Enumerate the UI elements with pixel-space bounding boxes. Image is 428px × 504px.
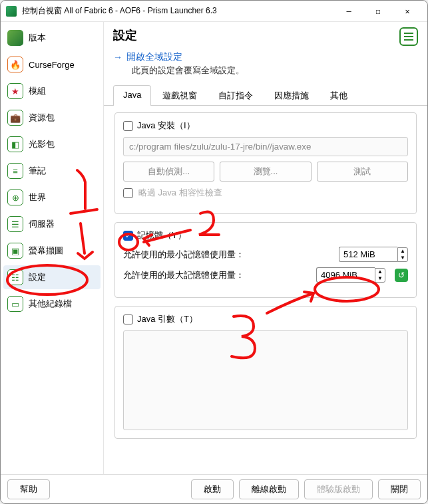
sidebar-item-worlds[interactable]: ⊕ 世界 [3,186,101,209]
sidebar-item-version[interactable]: 版本 [3,26,101,50]
close-button[interactable]: 關閉 [378,479,421,499]
tab-java[interactable]: Java [113,85,151,106]
sidebar-item-label: 模組 [29,85,46,97]
test-button[interactable]: 測試 [317,162,408,182]
sidebar-item-label: 資源包 [29,112,55,124]
memory-label: 記憶體（Y） [137,229,186,241]
sidebar-item-curseforge[interactable]: 🔥 CurseForge [3,53,101,76]
tab-game-window[interactable]: 遊戲視窗 [152,85,207,106]
sidebar-item-mods[interactable]: ★ 模組 [3,79,101,103]
demo-launch-button[interactable]: 體驗版啟動 [304,479,373,499]
sidebar-item-settings[interactable]: ☷ 設定 [3,265,101,289]
window: 控制台視窗 All of Fabric 6 - AOF6 - Prism Lau… [0,0,428,504]
curseforge-icon: 🔥 [7,57,23,72]
image-icon: ▣ [7,243,23,259]
sidebar-item-label: 設定 [29,271,46,283]
page-title: 設定 [113,27,137,43]
star-icon: ★ [7,83,23,99]
max-memory-input[interactable] [316,267,375,283]
min-memory-input[interactable] [339,247,397,262]
global-settings-block: → 開啟全域設定 此頁的設定會覆寫全域設定。 [104,49,427,84]
sidebar-item-resourcepacks[interactable]: 💼 資源包 [3,106,101,130]
server-icon: ☰ [7,216,23,232]
sidebar-item-otherlogs[interactable]: ▭ 其他紀錄檔 [3,292,101,316]
skip-compat-checkbox[interactable] [123,188,133,198]
close-window-button[interactable]: ✕ [393,1,422,21]
main-header: 設定 [104,22,427,49]
global-link-desc: 此頁的設定會覆寫全域設定。 [113,63,418,76]
java-args-textarea [123,330,408,430]
app-icon [6,6,17,17]
footer: 幫助 啟動 離線啟動 體驗版啟動 關閉 [1,474,427,503]
tab-workarounds[interactable]: 因應措施 [264,85,319,106]
group-java-args: Java 引數（T） [114,306,417,439]
tabs: Java 遊戲視窗 自訂指令 因應措施 其他 [104,84,427,106]
help-button[interactable]: 幫助 [7,479,50,499]
java-install-checkbox[interactable] [123,121,133,131]
sidebar-item-label: 其他紀錄檔 [29,298,72,310]
minimize-button[interactable]: — [334,1,363,21]
list-toggle-icon[interactable] [399,27,418,46]
autodetect-button[interactable]: 自動偵測... [123,162,214,182]
group-memory: ✓ 記憶體（Y） 允許使用的最小記憶體使用量： ▲▼ 允許使用的最大記憶體使用量… [114,222,417,298]
body: 版本 🔥 CurseForge ★ 模組 💼 資源包 ◧ 光影包 ≡ 筆記 [1,22,427,474]
settings-icon: ☷ [7,269,23,285]
sidebar-item-label: CurseForge [29,60,75,70]
java-args-checkbox[interactable] [123,315,133,324]
spin-down-icon[interactable]: ▼ [375,275,385,282]
sidebar-item-label: 光影包 [29,138,55,150]
java-args-label: Java 引數（T） [137,313,198,325]
book-icon: ▭ [7,296,23,312]
globe-icon: ⊕ [7,189,23,205]
sidebar-item-label: 版本 [29,32,46,44]
notes-icon: ≡ [7,163,23,179]
max-memory-spinner[interactable]: ▲▼ [316,267,385,283]
tab-panel-java: Java 安裝（I） 自動偵測... 瀏覽... 測試 略過 Java 相容性檢… [104,106,427,474]
tab-other[interactable]: 其他 [320,85,357,106]
arrow-right-icon: → [113,52,122,63]
memory-checkbox[interactable]: ✓ [123,231,133,241]
group-java-install: Java 安裝（I） 自動偵測... 瀏覽... 測試 略過 Java 相容性檢… [114,112,417,214]
min-memory-spinner[interactable]: ▲▼ [339,247,408,262]
min-memory-label: 允許使用的最小記憶體使用量： [123,249,333,261]
tab-custom-commands[interactable]: 自訂指令 [208,85,263,106]
open-global-settings-link[interactable]: → 開啟全域設定 [113,51,182,63]
sidebar-item-label: 螢幕擷圖 [29,245,63,257]
skip-compat-label: 略過 Java 相容性檢查 [138,187,222,199]
sidebar-item-shaderpacks[interactable]: ◧ 光影包 [3,132,101,156]
sidebar-item-label: 伺服器 [29,218,55,230]
window-title: 控制台視窗 All of Fabric 6 - AOF6 - Prism Lau… [22,5,334,17]
main: 設定 → 開啟全域設定 此頁的設定會覆寫全域設定。 Java 遊戲視窗 自訂指令… [104,22,427,474]
sidebar: 版本 🔥 CurseForge ★ 模組 💼 資源包 ◧ 光影包 ≡ 筆記 [1,22,104,474]
cube-icon: ◧ [7,136,23,152]
sidebar-item-label: 筆記 [29,165,46,177]
version-icon [7,30,23,46]
offline-launch-button[interactable]: 離線啟動 [239,479,299,499]
max-memory-label: 允許使用的最大記憶體使用量： [123,269,311,281]
briefcase-icon: 💼 [7,110,23,126]
sidebar-item-servers[interactable]: ☰ 伺服器 [3,212,101,236]
sidebar-item-screenshots[interactable]: ▣ 螢幕擷圖 [3,239,101,263]
spin-down-icon[interactable]: ▼ [398,255,407,261]
java-install-label: Java 安裝（I） [137,120,195,132]
reset-max-memory-button[interactable]: ↺ [395,269,408,282]
spin-up-icon[interactable]: ▲ [398,248,407,255]
maximize-button[interactable]: ☐ [363,1,393,21]
titlebar: 控制台視窗 All of Fabric 6 - AOF6 - Prism Lau… [1,1,427,22]
browse-button[interactable]: 瀏覽... [220,162,311,182]
spin-up-icon[interactable]: ▲ [375,269,385,275]
java-path-input [123,137,408,156]
sidebar-item-notes[interactable]: ≡ 筆記 [3,159,101,183]
global-link-text: 開啟全域設定 [126,51,182,63]
launch-button[interactable]: 啟動 [191,479,234,499]
sidebar-item-label: 世界 [29,191,46,203]
